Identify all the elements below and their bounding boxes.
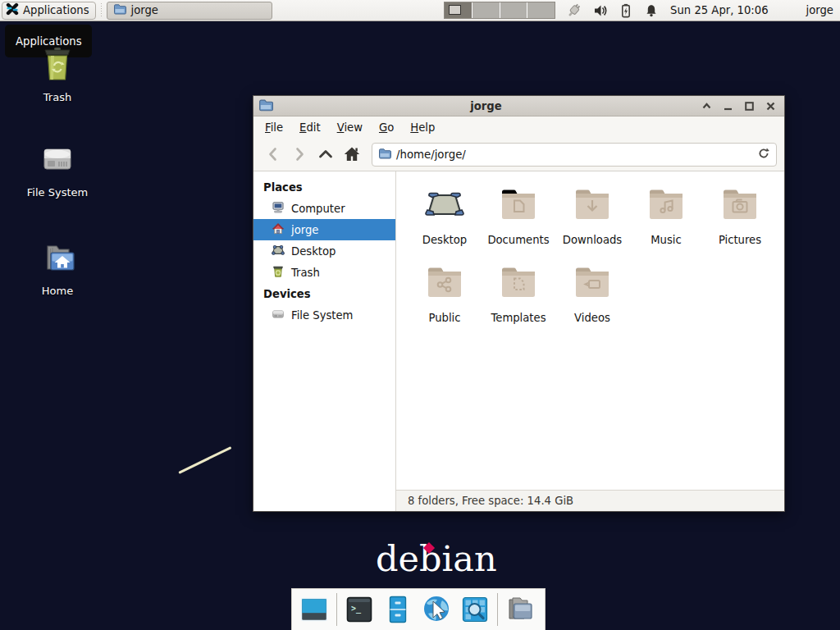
menu-edit[interactable]: Edit [291, 117, 329, 138]
menubar: File Edit View Go Help [253, 116, 784, 138]
address-path[interactable]: /home/jorge/ [396, 148, 752, 161]
file-grid: Desktop Documents [396, 171, 784, 490]
downloads-folder-icon [573, 186, 612, 228]
home-icon [272, 222, 285, 238]
file-item-label: Music [651, 234, 682, 246]
sidebar-item-file-system[interactable]: File System [253, 304, 395, 326]
maximize-button[interactable] [742, 98, 756, 113]
back-button[interactable] [261, 143, 285, 167]
pictures-folder-icon [720, 186, 760, 228]
address-folder-icon [378, 147, 391, 162]
minimize-button[interactable] [720, 98, 735, 113]
window-controls [699, 98, 778, 113]
shade-button[interactable] [699, 98, 714, 113]
system-tray [567, 2, 659, 18]
close-button[interactable] [763, 98, 778, 113]
sidebar-header-devices: Devices [253, 283, 395, 304]
file-manager-icon[interactable] [504, 593, 536, 626]
desktop-special-icon [425, 186, 464, 228]
file-item-label: Templates [491, 312, 546, 324]
menu-view[interactable]: View [329, 117, 371, 138]
address-bar[interactable]: /home/jorge/ [372, 143, 777, 167]
window-body: Places Computer [253, 171, 784, 511]
file-item-music[interactable]: Music [630, 180, 702, 258]
trash-icon [38, 44, 77, 86]
file-item-label: Videos [574, 312, 610, 324]
terminal-icon[interactable]: >_ [343, 593, 376, 626]
computer-icon [272, 201, 285, 217]
file-item-documents[interactable]: Documents [482, 180, 555, 258]
battery-charging-icon[interactable] [619, 3, 633, 18]
window-titlebar[interactable]: jorge [253, 96, 784, 116]
desktop-icon-label: Trash [43, 91, 71, 103]
notifications-bell-icon[interactable] [644, 3, 659, 18]
hard-drive-icon [38, 139, 77, 181]
desktop-stray-line [178, 446, 231, 474]
reload-icon[interactable] [757, 147, 770, 162]
dock-separator [497, 593, 498, 626]
up-button[interactable] [313, 143, 337, 167]
menu-file[interactable]: File [257, 117, 291, 138]
desktop-icon-label: Home [42, 285, 73, 297]
file-manager-window: jorge File Edit View Go Help [253, 95, 785, 512]
sidebar-item-trash[interactable]: Trash [253, 262, 395, 283]
svg-text:>_: >_ [351, 604, 362, 614]
taskbar-window-button[interactable]: jorge [107, 2, 272, 20]
documents-folder-icon [499, 186, 538, 228]
panel-handle[interactable] [98, 3, 104, 18]
top-panel: Applications jorge [0, 0, 840, 21]
workspace-window-preview [449, 5, 461, 15]
file-item-pictures[interactable]: Pictures [704, 180, 776, 258]
application-finder-icon[interactable] [459, 593, 491, 626]
file-item-templates[interactable]: Templates [482, 258, 555, 336]
home-folder-icon [38, 238, 77, 280]
templates-folder-icon [499, 264, 538, 306]
desktop-icon [272, 244, 285, 259]
file-cabinet-icon[interactable] [381, 593, 414, 626]
sidebar-item-label: File System [291, 309, 353, 322]
debian-logo: debian [376, 541, 497, 577]
folder-icon [113, 2, 126, 18]
workspace-switcher[interactable] [444, 2, 555, 19]
workspace-1[interactable] [445, 2, 472, 18]
dock-separator [336, 593, 337, 626]
workspace-4[interactable] [527, 2, 555, 18]
volume-icon[interactable] [593, 3, 608, 18]
forward-button[interactable] [287, 143, 311, 167]
panel-clock[interactable]: Sun 25 Apr, 10:06 [670, 4, 768, 16]
applications-menu-button[interactable]: Applications [2, 2, 96, 20]
home-button[interactable] [340, 143, 363, 167]
desktop-icon-label: File System [27, 186, 88, 199]
desktop-icon-file-system[interactable]: File System [18, 139, 97, 199]
sidebar-item-label: jorge [291, 224, 318, 236]
web-browser-icon[interactable] [420, 593, 453, 626]
file-item-public[interactable]: Public [409, 258, 481, 336]
file-item-desktop[interactable]: Desktop [409, 180, 481, 258]
menu-go[interactable]: Go [371, 117, 402, 138]
sidebar-item-computer[interactable]: Computer [253, 198, 395, 219]
file-item-label: Downloads [563, 234, 622, 246]
file-item-videos[interactable]: Videos [556, 258, 628, 336]
public-folder-icon [425, 264, 464, 306]
sidebar-item-label: Desktop [291, 245, 336, 258]
network-plug-icon[interactable] [567, 2, 582, 18]
music-folder-icon [646, 186, 686, 228]
window-folder-icon [258, 98, 273, 115]
sidebar-item-desktop[interactable]: Desktop [253, 240, 395, 262]
panel-username[interactable]: jorge [806, 4, 833, 16]
xfce-menu-icon [6, 2, 19, 18]
workspace-3[interactable] [500, 2, 528, 18]
hard-drive-icon [272, 308, 285, 323]
videos-folder-icon [573, 264, 612, 306]
sidebar-item-jorge[interactable]: jorge [253, 219, 395, 240]
show-desktop-icon[interactable] [298, 593, 331, 626]
sidebar: Places Computer [253, 171, 396, 511]
workspace-2[interactable] [472, 2, 500, 18]
statusbar-text: 8 folders, Free space: 14.4 GiB [408, 495, 573, 507]
sidebar-item-label: Trash [291, 267, 320, 279]
file-item-downloads[interactable]: Downloads [556, 180, 628, 258]
menu-help[interactable]: Help [402, 117, 443, 138]
main-pane: Desktop Documents [396, 171, 784, 511]
desktop-icon-trash[interactable]: Trash [18, 44, 97, 103]
desktop-icon-home[interactable]: Home [18, 238, 97, 297]
